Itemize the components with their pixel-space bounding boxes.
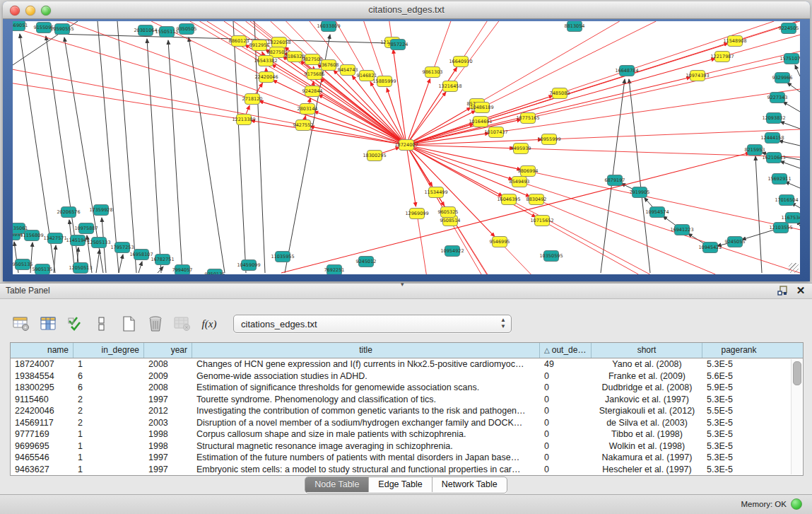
graph-node[interactable]: 10107437 — [484, 127, 507, 138]
column-header-short[interactable]: short — [592, 343, 702, 358]
graph-node[interactable]: 16941223 — [670, 225, 693, 235]
network-canvas[interactable]: 1872400788601238912955182260589827503818… — [13, 21, 800, 274]
graph-node[interactable]: 12505133 — [87, 238, 110, 248]
graph-node[interactable]: 9245055 — [725, 237, 746, 247]
graph-node[interactable]: 8860123 — [229, 36, 249, 47]
table-row[interactable]: 969969511998Structural magnetic resonanc… — [11, 440, 803, 452]
graph-node[interactable]: 18300295 — [363, 151, 386, 161]
graph-node[interactable]: 16640910 — [449, 57, 472, 67]
graph-node[interactable]: 2803144 — [298, 104, 318, 115]
column-settings-icon[interactable] — [10, 313, 33, 334]
column-header-name[interactable]: name — [11, 343, 73, 358]
graph-node[interactable]: 11534499 — [424, 187, 447, 198]
column-header-year[interactable]: year — [144, 343, 192, 358]
graph-node[interactable]: 9350135 — [205, 269, 225, 275]
graph-node[interactable]: 18226058 — [267, 37, 290, 48]
graph-node[interactable]: 12969099 — [405, 209, 428, 219]
graph-node[interactable]: 16033809 — [317, 21, 340, 32]
function-builder-icon[interactable]: f(x) — [198, 313, 220, 334]
graph-node[interactable]: 12093832 — [762, 113, 785, 124]
graph-node[interactable]: 7485083 — [550, 88, 570, 99]
row-height-icon[interactable] — [90, 313, 113, 334]
graph-node[interactable]: 11675345 — [781, 213, 800, 223]
graph-node[interactable]: 10945422 — [698, 243, 722, 253]
table-row[interactable]: 946554611997Estimation of the future num… — [11, 452, 803, 464]
resize-grip-icon[interactable] — [789, 263, 799, 273]
graph-node[interactable]: 10974393 — [686, 71, 709, 81]
table-row[interactable]: 2242004622012Investigating the contribut… — [11, 405, 803, 417]
graph-node[interactable]: 8830492 — [526, 194, 547, 205]
graph-node[interactable]: 8215953 — [745, 145, 765, 156]
graph-node[interactable]: 15505115 — [155, 27, 178, 37]
float-panel-icon[interactable] — [777, 285, 788, 296]
graph-node[interactable]: 9806994 — [518, 166, 539, 177]
graph-node[interactable]: 2669051 — [13, 21, 28, 31]
tab-node-table[interactable]: Node Table — [305, 477, 369, 492]
graph-node[interactable]: 10955999 — [537, 134, 560, 145]
show-columns-icon[interactable] — [37, 313, 59, 334]
graph-node[interactable]: 10350595 — [539, 251, 563, 262]
graph-node[interactable]: 6879197 — [605, 175, 625, 186]
graph-node[interactable]: 7994057 — [172, 265, 193, 275]
graph-node[interactable]: 9350505 — [177, 24, 197, 35]
select-all-icon[interactable] — [64, 313, 86, 334]
graph-node[interactable]: 9495939 — [511, 144, 531, 154]
graph-node[interactable]: 16958107 — [129, 250, 153, 260]
graph-node[interactable]: 8549493 — [510, 177, 530, 187]
table-row[interactable]: 1456911722003Disruption of a novel membe… — [11, 417, 803, 429]
network-graph[interactable]: 1872400788601238912955182260589827503818… — [13, 21, 800, 274]
graph-node[interactable]: 12217987 — [710, 52, 734, 62]
column-header-out_de[interactable]: △out_de… — [540, 343, 592, 358]
table-scrollbar[interactable] — [791, 359, 802, 474]
graph-node[interactable]: 10459099 — [237, 260, 260, 271]
graph-node[interactable]: 7919905 — [630, 187, 650, 198]
graph-node[interactable]: 16782751 — [151, 255, 174, 265]
graph-node[interactable]: 9861303 — [423, 67, 443, 78]
graph-node[interactable]: 10975887 — [74, 223, 98, 234]
table-row[interactable]: 1830029562008Estimation of significance … — [11, 382, 803, 394]
graph-node[interactable]: 2367608 — [319, 60, 339, 71]
graph-node[interactable]: 9329966 — [772, 73, 793, 83]
graph-node[interactable]: 9245012 — [356, 257, 377, 267]
graph-node[interactable]: 9242844 — [302, 86, 323, 97]
new-column-icon[interactable] — [117, 313, 140, 334]
graph-node[interactable]: 7857224 — [388, 40, 408, 50]
delete-column-icon[interactable] — [144, 313, 167, 334]
graph-node[interactable]: 12213389 — [232, 115, 255, 125]
table-row[interactable]: 1938455462009Genome-wide association stu… — [11, 370, 803, 382]
graph-node[interactable]: 16210643 — [762, 153, 785, 163]
column-header-in_degree[interactable]: in_degree — [73, 343, 144, 358]
graph-node[interactable]: 12444158 — [760, 133, 784, 144]
graph-node[interactable]: 8454743 — [338, 65, 358, 76]
column-header-title[interactable]: title — [192, 343, 540, 358]
graph-node[interactable]: 8813054 — [565, 21, 585, 32]
graph-node[interactable]: 9224505 — [779, 23, 799, 34]
graph-node[interactable]: 12050513 — [69, 263, 92, 274]
graph-node[interactable]: 20206576 — [57, 207, 80, 218]
tab-network-table[interactable]: Network Table — [433, 477, 507, 492]
table-row[interactable]: 1872400712008Changes of HCN gene express… — [11, 358, 803, 370]
network-view-window[interactable]: citations_edges.txt 18724007886012389129… — [3, 1, 810, 281]
graph-node[interactable]: 9505135 — [13, 259, 33, 270]
graph-node[interactable]: 11035955 — [271, 252, 294, 262]
graph-node[interactable]: 9546995 — [490, 237, 510, 247]
tab-edge-table[interactable]: Edge Table — [369, 477, 432, 492]
network-window-titlebar[interactable]: citations_edges.txt — [3, 1, 810, 19]
table-selector-dropdown[interactable]: citations_edges.txt ▲▼ — [233, 315, 512, 333]
graph-node[interactable]: 16648784 — [615, 66, 638, 76]
graph-node[interactable]: 9175685 — [305, 69, 325, 80]
graph-node[interactable]: 9227343 — [767, 93, 788, 103]
delete-table-icon[interactable] — [171, 313, 194, 334]
graph-node[interactable]: 17359928 — [89, 205, 112, 216]
splitter-handle[interactable]: ▾ — [401, 281, 404, 288]
graph-node[interactable]: 7692251 — [324, 265, 345, 275]
graph-node[interactable]: 16046395 — [497, 194, 520, 205]
column-header-pagerank[interactable]: pagerank — [702, 343, 775, 358]
table-row[interactable]: 977716911998Corpus callosum shape and si… — [11, 428, 803, 440]
graph-node[interactable]: 13427571 — [43, 233, 66, 244]
graph-node[interactable]: 10954574 — [645, 207, 669, 218]
graph-node[interactable]: 10715652 — [530, 216, 553, 226]
close-panel-icon[interactable]: ✕ — [795, 285, 806, 296]
graph-node[interactable]: 10954922 — [440, 246, 464, 257]
graph-node[interactable]: 9427552 — [293, 120, 314, 131]
